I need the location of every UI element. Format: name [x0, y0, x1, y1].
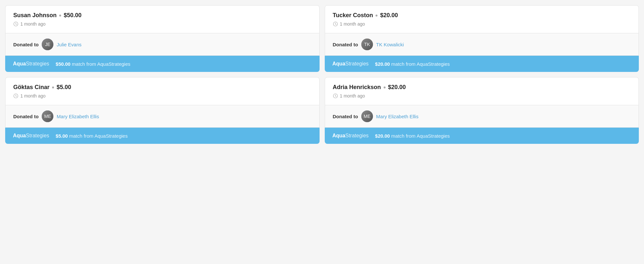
match-logo-aqua-adria-henrickson: Aqua: [333, 133, 345, 139]
donor-card-adria-henrickson: Adria Henrickson $20.00 1 month ago: [325, 77, 639, 105]
separator-dot: [376, 15, 377, 17]
donated-to-card-tucker-coston: Donated to TK TK Kowalicki: [325, 33, 639, 56]
recipient-avatar-susan-johnson: JE: [42, 39, 53, 50]
match-card-goktas-cinar: AquaStrategies $5.00 match from AquaStra…: [5, 128, 320, 144]
card-group-susan-johnson: Susan Johnson $50.00 1 month ago Donated…: [5, 5, 320, 72]
time-ago-label: 1 month ago: [340, 21, 365, 27]
match-amount-susan-johnson: $50.00: [56, 61, 71, 67]
donor-time-tucker-coston: 1 month ago: [333, 21, 631, 27]
match-logo-strategies-susan-johnson: Strategies: [26, 61, 49, 67]
match-logo-adria-henrickson: AquaStrategies: [333, 133, 369, 139]
match-logo-strategies-tucker-coston: Strategies: [345, 61, 369, 67]
donor-header-tucker-coston: Tucker Coston $20.00: [333, 12, 631, 19]
separator-dot: [384, 86, 386, 88]
donor-name-susan-johnson: Susan Johnson: [13, 12, 57, 19]
donated-to-card-goktas-cinar: Donated to ME Mary Elizabeth Ellis: [5, 105, 320, 128]
match-card-susan-johnson: AquaStrategies $50.00 match from AquaStr…: [5, 56, 320, 72]
donated-to-label-adria-henrickson: Donated to: [333, 114, 358, 119]
match-logo-aqua-goktas-cinar: Aqua: [13, 133, 26, 139]
donor-card-tucker-coston: Tucker Coston $20.00 1 month ago: [325, 5, 639, 33]
donor-header-goktas-cinar: Göktas Cinar $5.00: [13, 84, 311, 91]
donor-header-susan-johnson: Susan Johnson $50.00: [13, 12, 311, 19]
card-group-adria-henrickson: Adria Henrickson $20.00 1 month ago Dona…: [325, 77, 639, 144]
donated-to-label-tucker-coston: Donated to: [333, 42, 358, 47]
match-text-susan-johnson: $50.00 match from AquaStrategies: [56, 61, 130, 67]
match-logo-tucker-coston: AquaStrategies: [333, 61, 369, 67]
clock-icon: [333, 21, 338, 27]
match-amount-goktas-cinar: $5.00: [56, 133, 68, 139]
match-logo-aqua-tucker-coston: Aqua: [333, 61, 345, 67]
match-text-goktas-cinar: $5.00 match from AquaStrategies: [56, 133, 128, 139]
donor-amount-adria-henrickson: $20.00: [388, 84, 406, 91]
recipient-name-susan-johnson[interactable]: Julie Evans: [57, 42, 82, 47]
match-amount-adria-henrickson: $20.00: [375, 133, 390, 139]
donor-header-adria-henrickson: Adria Henrickson $20.00: [333, 84, 631, 91]
clock-icon: [13, 21, 18, 27]
match-amount-tucker-coston: $20.00: [375, 61, 390, 67]
avatar-img-goktas-cinar: ME: [42, 110, 53, 122]
recipient-name-tucker-coston[interactable]: TK Kowalicki: [376, 42, 404, 47]
match-text-adria-henrickson: $20.00 match from AquaStrategies: [375, 133, 450, 139]
avatar-img-adria-henrickson: ME: [361, 110, 373, 122]
card-group-goktas-cinar: Göktas Cinar $5.00 1 month ago Donated t…: [5, 77, 320, 144]
donor-time-goktas-cinar: 1 month ago: [13, 93, 311, 98]
donor-name-tucker-coston: Tucker Coston: [333, 12, 373, 19]
donor-amount-goktas-cinar: $5.00: [57, 84, 71, 91]
svg-line-8: [16, 96, 17, 97]
donated-to-label-susan-johnson: Donated to: [13, 42, 38, 47]
donor-card-susan-johnson: Susan Johnson $50.00 1 month ago: [5, 5, 320, 33]
match-logo-strategies-goktas-cinar: Strategies: [26, 133, 49, 139]
match-card-tucker-coston: AquaStrategies $20.00 match from AquaStr…: [325, 56, 639, 72]
clock-icon: [13, 93, 18, 98]
donor-time-adria-henrickson: 1 month ago: [333, 93, 631, 98]
match-logo-strategies-adria-henrickson: Strategies: [345, 133, 369, 139]
svg-line-11: [335, 96, 336, 97]
donor-name-adria-henrickson: Adria Henrickson: [333, 84, 381, 91]
donor-name-goktas-cinar: Göktas Cinar: [13, 84, 49, 91]
time-ago-label: 1 month ago: [20, 21, 46, 27]
donor-card-goktas-cinar: Göktas Cinar $5.00 1 month ago: [5, 77, 320, 105]
donations-grid: Susan Johnson $50.00 1 month ago Donated…: [5, 5, 639, 144]
separator-dot: [59, 15, 61, 17]
recipient-name-adria-henrickson[interactable]: Mary Elizabeth Ellis: [376, 114, 419, 119]
match-logo-aqua-susan-johnson: Aqua: [13, 61, 26, 67]
avatar-img-susan-johnson: JE: [42, 39, 53, 50]
match-logo-goktas-cinar: AquaStrategies: [13, 133, 49, 139]
donated-to-card-susan-johnson: Donated to JE Julie Evans: [5, 33, 320, 56]
donor-amount-tucker-coston: $20.00: [380, 12, 398, 19]
match-text-tucker-coston: $20.00 match from AquaStrategies: [375, 61, 450, 67]
donated-to-label-goktas-cinar: Donated to: [13, 114, 38, 119]
donor-time-susan-johnson: 1 month ago: [13, 21, 311, 27]
time-ago-label: 1 month ago: [20, 93, 46, 98]
recipient-avatar-tucker-coston: TK: [361, 39, 373, 50]
donor-amount-susan-johnson: $50.00: [64, 12, 82, 19]
svg-line-5: [335, 24, 336, 25]
recipient-avatar-adria-henrickson: ME: [361, 110, 373, 122]
avatar-img-tucker-coston: TK: [361, 39, 373, 50]
recipient-avatar-goktas-cinar: ME: [42, 110, 53, 122]
donated-to-card-adria-henrickson: Donated to ME Mary Elizabeth Ellis: [325, 105, 639, 128]
recipient-name-goktas-cinar[interactable]: Mary Elizabeth Ellis: [57, 114, 99, 119]
svg-line-2: [16, 24, 17, 25]
match-card-adria-henrickson: AquaStrategies $20.00 match from AquaStr…: [325, 128, 639, 144]
card-group-tucker-coston: Tucker Coston $20.00 1 month ago Donated…: [325, 5, 639, 72]
time-ago-label: 1 month ago: [340, 93, 365, 98]
separator-dot: [52, 86, 54, 88]
match-logo-susan-johnson: AquaStrategies: [13, 61, 49, 67]
clock-icon: [333, 93, 338, 98]
